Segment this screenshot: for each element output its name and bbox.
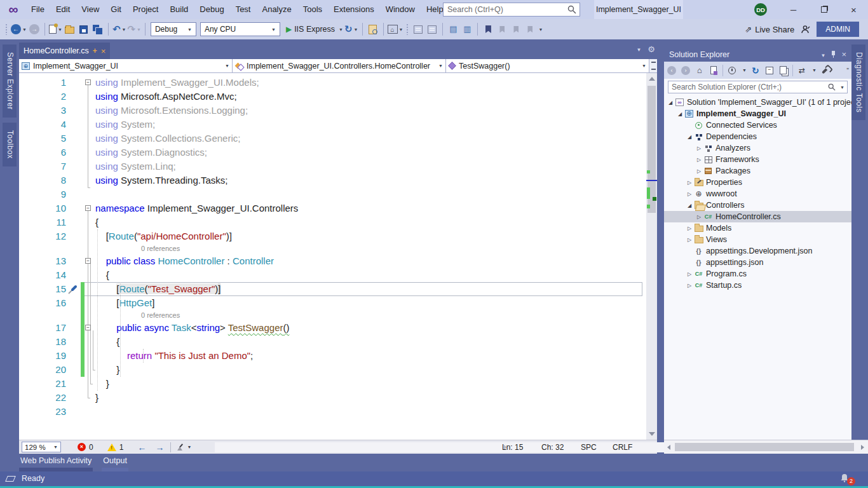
collapsed-arrow-icon[interactable] xyxy=(686,237,693,243)
collapse-all-button[interactable] xyxy=(764,65,775,76)
menu-analyze[interactable]: Analyze xyxy=(256,0,297,19)
code-line-4[interactable]: 4using System; xyxy=(19,118,646,132)
minimize-button[interactable] xyxy=(779,0,808,19)
notification-count-badge[interactable]: 2 xyxy=(847,477,855,485)
preview-selected-items-button[interactable] xyxy=(778,65,789,76)
quick-search-box[interactable] xyxy=(443,3,580,17)
tool-tab-diagnostic-tools[interactable]: Diagnostic Tools xyxy=(851,44,865,120)
solution-platforms-dropdown[interactable]: Any CPU xyxy=(200,22,280,36)
type-dropdown[interactable]: Implement_Swagger_UI.Controllers.HomeCon… xyxy=(233,59,446,72)
clear-bookmarks-button[interactable] xyxy=(524,22,536,37)
tree-item-dependencies[interactable]: Dependencies xyxy=(664,131,851,142)
menu-view[interactable]: View xyxy=(76,0,105,19)
tool-tab-toolbox[interactable]: Toolbox xyxy=(3,123,17,166)
gear-icon[interactable] xyxy=(648,44,655,54)
code-line-6[interactable]: 6using System.Diagnostics; xyxy=(19,146,646,159)
code-line-22[interactable]: 22} xyxy=(19,391,646,405)
codelens-references[interactable]: 0 references xyxy=(19,243,646,254)
code-line-11[interactable]: 11{ xyxy=(19,215,646,229)
collapsed-arrow-icon[interactable] xyxy=(686,226,693,231)
scroll-right-arrow[interactable] xyxy=(861,445,864,450)
project-dropdown[interactable]: Implement_Swagger_UI xyxy=(19,59,233,72)
menu-test[interactable]: Test xyxy=(230,0,257,19)
code-line-10[interactable]: 10namespace Implement_Swagger_UI.Control… xyxy=(19,201,646,215)
navigate-back-arrow[interactable] xyxy=(137,442,146,452)
uncomment-lines-button[interactable] xyxy=(461,22,473,37)
code-line-16[interactable]: 16 [HttpGet] xyxy=(19,296,646,310)
scroll-left-arrow[interactable] xyxy=(667,445,670,450)
collapsed-arrow-icon[interactable] xyxy=(695,146,703,151)
fold-collapse-box[interactable] xyxy=(85,325,91,330)
fold-collapse-box[interactable] xyxy=(85,79,91,85)
fold-collapse-box[interactable] xyxy=(85,205,91,211)
menu-edit[interactable]: Edit xyxy=(50,0,76,19)
user-avatar[interactable]: DD xyxy=(754,3,767,16)
properties-button[interactable] xyxy=(820,65,831,76)
code-line-7[interactable]: 7using System.Linq; xyxy=(19,159,646,173)
collapsed-arrow-icon[interactable] xyxy=(686,283,693,288)
undo-button[interactable] xyxy=(112,22,126,37)
collapsed-arrow-icon[interactable] xyxy=(686,180,693,186)
close-panel-icon[interactable] xyxy=(841,50,846,59)
quick-search-input[interactable] xyxy=(444,4,567,15)
scrollbar-thumb[interactable] xyxy=(675,443,854,451)
bottom-tab-web-publish-activity[interactable]: Web Publish Activity xyxy=(19,454,93,471)
tree-item-properties[interactable]: Properties xyxy=(664,177,851,188)
collapsed-arrow-icon[interactable] xyxy=(695,157,703,163)
tree-item-startup-cs[interactable]: Startup.cs xyxy=(664,280,851,291)
toolbar-overflow[interactable] xyxy=(846,67,849,74)
code-line-9[interactable]: 9 xyxy=(19,187,646,201)
menu-tools[interactable]: Tools xyxy=(297,0,328,19)
editor-tool-button-2[interactable] xyxy=(426,22,438,37)
save-button[interactable] xyxy=(78,22,90,37)
toggle-bookmark-button[interactable] xyxy=(482,22,494,37)
tree-item-analyzers[interactable]: Analyzers xyxy=(664,142,851,154)
feedback-icon[interactable] xyxy=(801,25,810,34)
code-line-5[interactable]: 5using System.Collections.Generic; xyxy=(19,132,646,146)
tool-tab-server-explorer[interactable]: Server Explorer xyxy=(3,44,17,118)
scroll-down-arrow[interactable] xyxy=(649,432,655,436)
tree-item-connected-services[interactable]: Connected Services xyxy=(664,119,851,131)
tree-item-appsettings-development-json[interactable]: appsettings.Development.json xyxy=(664,245,851,257)
tree-item-homecontroller-cs[interactable]: HomeController.cs xyxy=(664,211,851,222)
refresh-button[interactable] xyxy=(344,22,358,37)
menu-extensions[interactable]: Extensions xyxy=(328,0,380,19)
tab-list-dropdown[interactable] xyxy=(636,44,641,54)
tree-item-solution-implement-swagger-ui-1-of-1-project[interactable]: Solution 'Implement_Swagger_UI' (1 of 1 … xyxy=(664,97,851,108)
code-line-17[interactable]: 17 public async Task<string> TestSwagger… xyxy=(19,321,646,335)
code-cleanup-broom-icon[interactable] xyxy=(177,444,184,451)
home-button[interactable] xyxy=(388,22,403,37)
bottom-tab-output[interactable]: Output xyxy=(102,454,128,471)
close-button[interactable] xyxy=(839,0,868,19)
codelens-references[interactable]: 0 references xyxy=(19,310,646,321)
tree-item-wwwroot[interactable]: wwwroot xyxy=(664,188,851,200)
expanded-arrow-icon[interactable] xyxy=(676,111,684,117)
code-line-14[interactable]: 14 { xyxy=(19,268,646,282)
window-position-dropdown[interactable] xyxy=(820,50,825,59)
tree-item-frameworks[interactable]: Frameworks xyxy=(664,154,851,165)
pending-changes-filter-button[interactable] xyxy=(727,65,737,76)
admin-button[interactable]: ADMIN xyxy=(817,22,859,37)
code-line-12[interactable]: 12 [Route("api/HomeController")] xyxy=(19,229,646,243)
panel-splitter[interactable] xyxy=(657,39,664,454)
chevron-down-icon[interactable] xyxy=(742,68,747,72)
switch-views-button[interactable] xyxy=(709,65,719,76)
code-editor[interactable]: 1using Implement_Swagger_UI.Models;2usin… xyxy=(19,73,646,440)
fold-collapse-box[interactable] xyxy=(85,258,91,264)
warning-icon[interactable] xyxy=(107,444,116,451)
close-tab-icon[interactable] xyxy=(101,46,106,56)
code-line-23[interactable]: 23 xyxy=(19,405,646,419)
previous-bookmark-button[interactable] xyxy=(496,22,508,37)
code-line-13[interactable]: 13 public class HomeController : Control… xyxy=(19,254,646,268)
code-line-3[interactable]: 3using Microsoft.Extensions.Logging; xyxy=(19,104,646,118)
open-file-button[interactable] xyxy=(64,22,76,37)
expanded-arrow-icon[interactable] xyxy=(667,100,674,105)
code-line-21[interactable]: 21 } xyxy=(19,377,646,391)
search-options-dropdown[interactable] xyxy=(840,85,844,90)
navigate-forward-arrow[interactable] xyxy=(155,442,164,452)
solution-search-input[interactable] xyxy=(668,83,828,92)
maximize-button[interactable] xyxy=(810,0,838,19)
chevron-down-icon[interactable] xyxy=(187,445,191,449)
zoom-level-dropdown[interactable]: 129 % xyxy=(22,442,61,452)
live-share-button[interactable]: Live Share xyxy=(745,25,794,34)
